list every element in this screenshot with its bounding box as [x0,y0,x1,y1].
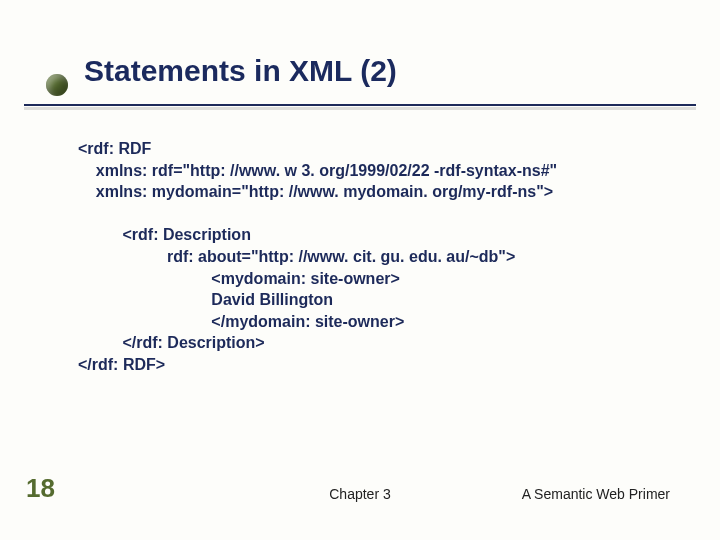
slide-number: 18 [26,473,55,504]
title-rule-shadow [24,107,696,110]
code-block: <rdf: RDF xmlns: rdf="http: //www. w 3. … [78,138,680,376]
footer-book-title: A Semantic Web Primer [522,486,670,502]
slide: Statements in XML (2) <rdf: RDF xmlns: r… [0,0,720,540]
footer-chapter: Chapter 3 [329,486,390,502]
slide-title: Statements in XML (2) [84,54,660,88]
title-bullet-icon [46,74,68,96]
title-rule [24,104,696,106]
